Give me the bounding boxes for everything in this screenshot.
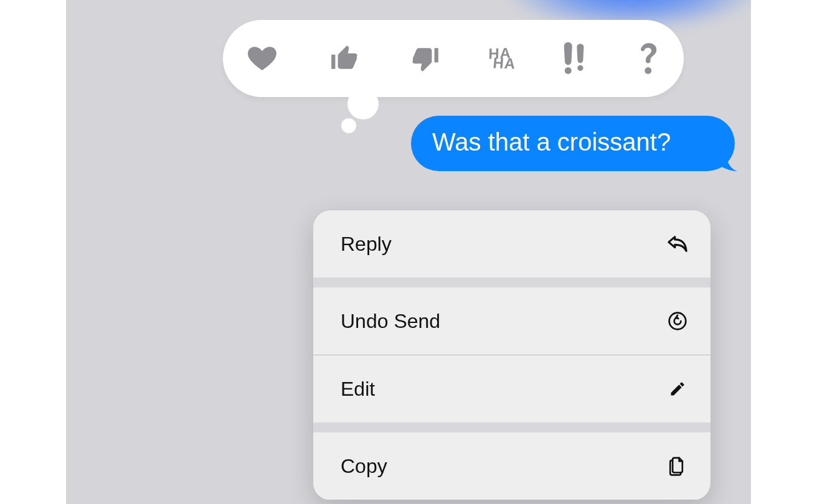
svg-point-2 <box>645 67 652 74</box>
bubble-tail-icon <box>712 147 737 172</box>
message-context-menu: Reply Undo Send Edit <box>313 210 711 500</box>
menu-item-copy[interactable]: Copy <box>313 432 711 500</box>
messages-screen: HA HA Was that a croissant? <box>66 0 751 504</box>
tapback-exclaim[interactable] <box>563 40 588 77</box>
menu-item-label: Edit <box>341 378 375 401</box>
thumbs-down-icon <box>410 43 441 74</box>
menu-section-gap <box>313 278 711 287</box>
undo-send-icon <box>667 310 688 332</box>
menu-separator <box>313 500 711 500</box>
tapback-tail-dot-large <box>347 88 379 119</box>
menu-item-undo-send[interactable]: Undo Send <box>313 287 711 355</box>
message-text: Was that a croissant? <box>432 128 671 156</box>
svg-point-0 <box>565 67 572 74</box>
edit-icon <box>667 378 688 399</box>
tapback-thumbs-down[interactable] <box>410 40 441 77</box>
reply-icon <box>667 233 688 254</box>
copy-icon <box>667 455 688 477</box>
thumbs-up-icon <box>329 43 360 74</box>
tapback-bar: HA HA <box>223 20 684 97</box>
tapback-thumbs-up[interactable] <box>329 40 360 77</box>
svg-point-1 <box>578 65 583 71</box>
tapback-question[interactable] <box>638 40 661 77</box>
heart-icon <box>245 43 279 74</box>
menu-item-label: Reply <box>341 233 392 256</box>
menu-item-label: Copy <box>341 455 387 478</box>
question-icon <box>638 42 661 75</box>
tapback-haha[interactable]: HA HA <box>491 40 514 77</box>
menu-item-label: Undo Send <box>341 310 440 333</box>
menu-item-reply[interactable]: Reply <box>313 210 711 278</box>
menu-section-gap <box>313 422 711 432</box>
sent-message-bubble[interactable]: Was that a croissant? <box>411 116 735 171</box>
exclaim-icon <box>563 42 588 75</box>
haha-icon: HA HA <box>490 47 514 70</box>
menu-item-edit[interactable]: Edit <box>313 355 711 422</box>
tapback-tail-dot-small <box>341 118 356 133</box>
tapback-heart[interactable] <box>245 40 279 77</box>
